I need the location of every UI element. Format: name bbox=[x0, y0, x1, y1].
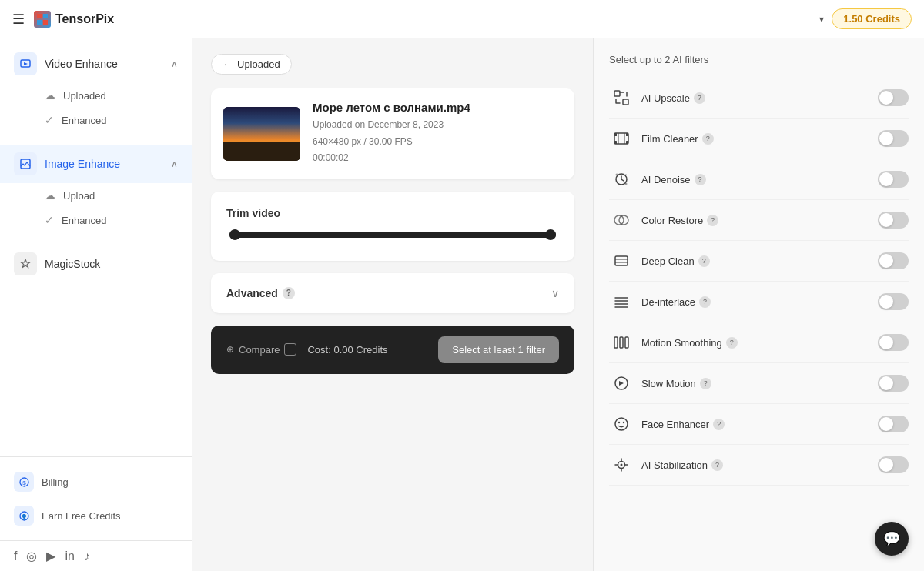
filter-row-de-interlace: De-interlace ? bbox=[609, 282, 909, 322]
filters-list: AI Upscale ? Film Cleaner ? AI Denoise ?… bbox=[609, 78, 909, 486]
filter-toggle-deep-clean[interactable] bbox=[878, 252, 909, 269]
linkedin-icon[interactable]: in bbox=[65, 549, 74, 563]
filter-help-deep-clean[interactable]: ? bbox=[698, 255, 710, 267]
sidebar-item-uploaded[interactable]: ☁ Uploaded bbox=[0, 83, 192, 108]
svg-rect-16 bbox=[626, 133, 628, 136]
sidebar-section-image: Image Enhance ∧ ☁ Upload ✓ Enhanced bbox=[0, 139, 192, 239]
logo: TensorPix bbox=[34, 11, 114, 28]
sidebar-item-billing[interactable]: $ Billing bbox=[0, 465, 192, 499]
sidebar-item-enhanced2[interactable]: ✓ Enhanced bbox=[0, 208, 192, 232]
svg-point-39 bbox=[623, 422, 624, 423]
uploaded-label: Uploaded bbox=[63, 90, 106, 102]
filter-toggle-ai-denoise[interactable] bbox=[878, 171, 909, 188]
filter-toggle-slow-motion[interactable] bbox=[878, 375, 909, 392]
sidebar-item-earn-credits[interactable]: 👤 Earn Free Credits bbox=[0, 499, 192, 533]
filter-icon-deep-clean bbox=[609, 249, 634, 273]
filter-icon-slow-motion bbox=[609, 371, 634, 396]
compare-wrap: ⊕ Compare bbox=[226, 343, 296, 356]
video-info: Море летом с волнами.mp4 Uploaded on Dec… bbox=[313, 101, 470, 167]
filter-help-color-restore[interactable]: ? bbox=[707, 215, 718, 226]
filter-icon-de-interlace bbox=[609, 289, 634, 314]
svg-rect-12 bbox=[623, 99, 628, 105]
credits-badge[interactable]: 1.50 Credits bbox=[832, 8, 912, 29]
filter-icon-ai-stabilization bbox=[609, 452, 634, 477]
earn-credits-icon: 👤 bbox=[14, 506, 34, 526]
back-arrow-icon: ← bbox=[223, 58, 233, 70]
svg-rect-11 bbox=[614, 91, 620, 96]
filter-toggle-de-interlace[interactable] bbox=[878, 293, 909, 310]
cost-label: Cost: 0.00 Credits bbox=[307, 344, 387, 356]
magicstock-icon bbox=[14, 252, 37, 275]
filter-toggle-color-restore[interactable] bbox=[878, 212, 909, 229]
filter-toggle-ai-upscale[interactable] bbox=[878, 89, 909, 106]
chat-bubble[interactable]: 💬 bbox=[875, 522, 909, 556]
hamburger-icon[interactable]: ☰ bbox=[12, 11, 25, 28]
account-dropdown-arrow[interactable]: ▾ bbox=[819, 14, 824, 25]
sidebar-section-video: Video Enhance ∧ ☁ Uploaded ✓ Enhanced bbox=[0, 38, 192, 139]
sidebar-item-image-enhance[interactable]: Image Enhance ∧ bbox=[0, 145, 192, 183]
filter-label-film-cleaner: Film Cleaner ? bbox=[641, 133, 878, 145]
billing-label: Billing bbox=[42, 476, 69, 488]
svg-rect-0 bbox=[37, 14, 42, 18]
filter-help-face-enhancer[interactable]: ? bbox=[713, 419, 725, 430]
svg-rect-15 bbox=[614, 141, 617, 144]
sidebar-item-enhanced[interactable]: ✓ Enhanced bbox=[0, 108, 192, 132]
svg-marker-5 bbox=[24, 62, 28, 65]
filter-toggle-motion-smoothing[interactable] bbox=[878, 334, 909, 351]
thumb-sunset bbox=[223, 107, 300, 161]
filter-help-de-interlace[interactable]: ? bbox=[699, 296, 711, 308]
enhanced2-label: Enhanced bbox=[62, 215, 107, 226]
earn-credits-label: Earn Free Credits bbox=[42, 510, 121, 522]
enhanced-label: Enhanced bbox=[62, 115, 107, 126]
image-enhance-icon bbox=[14, 152, 37, 175]
svg-rect-34 bbox=[620, 337, 623, 348]
filter-help-ai-stabilization[interactable]: ? bbox=[711, 459, 723, 471]
filter-help-motion-smoothing[interactable]: ? bbox=[726, 337, 738, 349]
facebook-icon[interactable]: f bbox=[14, 549, 17, 563]
social-bar: f ◎ ▶ in ♪ bbox=[0, 540, 192, 571]
svg-point-37 bbox=[615, 418, 628, 430]
svg-point-21 bbox=[616, 174, 618, 176]
filter-toggle-ai-stabilization[interactable] bbox=[878, 456, 909, 473]
svg-rect-26 bbox=[615, 256, 628, 265]
tiktok-icon[interactable]: ♪ bbox=[84, 549, 90, 563]
compare-checkbox[interactable] bbox=[284, 343, 296, 356]
video-duration: 00:00:02 bbox=[313, 150, 470, 167]
svg-point-22 bbox=[625, 183, 628, 185]
sidebar-item-video-enhance[interactable]: Video Enhance ∧ bbox=[0, 45, 192, 83]
enhanced-check-icon: ✓ bbox=[45, 114, 54, 126]
filter-help-slow-motion[interactable]: ? bbox=[700, 378, 711, 389]
right-panel: Select up to 2 AI filters AI Upscale ? F… bbox=[593, 38, 924, 571]
video-meta: Uploaded on December 8, 2023 640×480 px … bbox=[313, 117, 470, 167]
trim-slider[interactable] bbox=[229, 232, 556, 238]
enhance-button[interactable]: Select at least 1 filter bbox=[438, 336, 559, 363]
compare-icon: ⊕ bbox=[226, 344, 234, 355]
filter-help-ai-denoise[interactable]: ? bbox=[695, 174, 706, 185]
trim-thumb-left[interactable] bbox=[229, 229, 240, 240]
svg-rect-33 bbox=[614, 337, 618, 348]
filter-row-motion-smoothing: Motion Smoothing ? bbox=[609, 322, 909, 363]
trim-thumb-right[interactable] bbox=[545, 229, 556, 240]
filter-label-de-interlace: De-interlace ? bbox=[641, 296, 878, 308]
filter-icon-ai-denoise bbox=[609, 167, 634, 192]
advanced-label: Advanced bbox=[226, 287, 278, 299]
filter-toggle-film-cleaner[interactable] bbox=[878, 130, 909, 147]
filter-help-film-cleaner[interactable]: ? bbox=[702, 133, 714, 145]
filters-title: Select up to 2 AI filters bbox=[609, 54, 909, 65]
advanced-help-icon[interactable]: ? bbox=[283, 287, 295, 299]
svg-rect-3 bbox=[43, 20, 48, 25]
sidebar-item-magicstock[interactable]: MagicStock bbox=[0, 245, 192, 283]
advanced-card[interactable]: Advanced ? ∨ bbox=[211, 273, 574, 313]
video-resolution: 640×480 px / 30.00 FPS bbox=[313, 134, 470, 151]
filter-help-ai-upscale[interactable]: ? bbox=[694, 92, 705, 104]
svg-rect-35 bbox=[625, 337, 628, 348]
filter-icon-ai-upscale bbox=[609, 85, 634, 110]
back-button[interactable]: ← Uploaded bbox=[211, 54, 292, 75]
filter-toggle-face-enhancer[interactable] bbox=[878, 416, 909, 432]
sidebar-item-upload[interactable]: ☁ Upload bbox=[0, 183, 192, 208]
image-enhance-chevron: ∧ bbox=[171, 159, 178, 169]
youtube-icon[interactable]: ▶ bbox=[46, 549, 55, 563]
upload-date: Uploaded on December 8, 2023 bbox=[313, 117, 470, 134]
instagram-icon[interactable]: ◎ bbox=[26, 549, 37, 563]
content-area: ← Uploaded Море летом с волнами.mp4 Uplo… bbox=[192, 38, 924, 571]
